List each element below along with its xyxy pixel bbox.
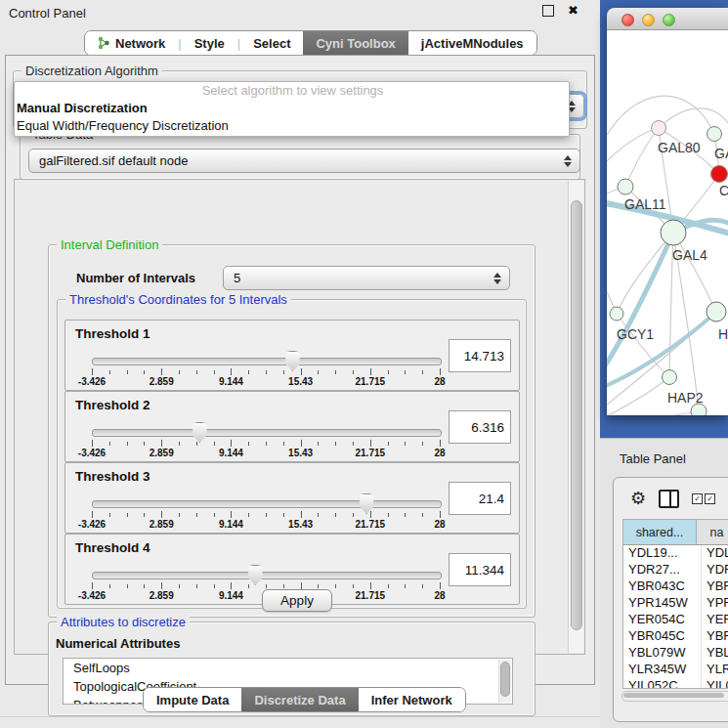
threshold-value-field[interactable]: 14.713: [449, 339, 511, 372]
cell-name: YLR34: [702, 662, 728, 678]
close-icon[interactable]: ✖: [568, 6, 578, 16]
cell-name: YDR27: [702, 562, 728, 578]
desktop-background: GAL80GACGAL11GAL4GCY1HHAP2: [600, 0, 728, 438]
cell-shared-name: YBL079W: [623, 645, 702, 662]
cell-name: YIL05: [702, 678, 728, 689]
attribute-list-item[interactable]: SelfLoops: [64, 659, 512, 677]
attributes-group-title: Attributes to discretize: [57, 615, 190, 629]
tab-label: Impute Data: [156, 693, 229, 707]
dropdown-option-equal-width-frequency[interactable]: Equal Width/Frequency Discretization: [15, 117, 569, 135]
settings-vertical-scrollbar[interactable]: [568, 181, 583, 653]
table-row[interactable]: YBR045CYBR04: [623, 628, 728, 645]
node-label-gal11: GAL11: [624, 196, 666, 212]
threshold-row: Threshold 3 -3.4262.8599.14415.4321.7152…: [64, 462, 520, 534]
tab-label: Discretize Data: [254, 693, 345, 707]
table-panel-title: Table Panel: [620, 451, 686, 466]
gear-icon[interactable]: ⚙: [630, 490, 646, 507]
thresholds-coordinates-group: Threshold's Coordinates for 5 Intervals …: [57, 299, 527, 609]
node-label-c: C: [719, 183, 728, 198]
apply-button[interactable]: Apply: [262, 589, 332, 612]
tab-jactivemnodules[interactable]: jActiveMNodules: [408, 31, 536, 55]
scrollbar-thumb[interactable]: [571, 200, 582, 630]
table-row[interactable]: YLR345WYLR34: [623, 662, 728, 678]
tab-cyni-toolbox[interactable]: Cyni Toolbox: [303, 31, 407, 55]
threshold-slider[interactable]: -3.4262.8599.14415.4321.71528: [92, 350, 440, 387]
cell-name: YPR14: [702, 595, 728, 612]
slider-track[interactable]: [92, 429, 442, 437]
network-canvas[interactable]: GAL80GACGAL11GAL4GCY1HHAP2: [607, 30, 728, 415]
checkbox-icon: ✓: [692, 493, 703, 504]
panel-bottom-divider: [0, 716, 600, 717]
tab-label: Cyni Toolbox: [316, 36, 395, 51]
cell-shared-name: YDR27...: [623, 562, 702, 578]
node-label-ga: GA: [714, 146, 728, 161]
slider-ticks: [92, 511, 440, 519]
cell-name: YDL19: [702, 545, 728, 562]
node-top-right: [707, 127, 722, 142]
dropdown-option-manual-discretization[interactable]: Manual Discretization: [15, 100, 569, 117]
cell-shared-name: YPR145W: [623, 595, 702, 612]
algorithm-dropdown-popup: Select algorithm to view settings Manual…: [14, 81, 570, 137]
table-row[interactable]: YBL079WYBL07: [623, 645, 728, 662]
node-gal80-neighbor: [652, 121, 666, 136]
slider-tick-labels: -3.4262.8599.14415.4321.71528: [92, 376, 440, 387]
network-window-titlebar[interactable]: [607, 8, 728, 30]
number-of-intervals-value: 5: [234, 271, 240, 285]
table-row[interactable]: YIL052CYIL05: [623, 678, 728, 689]
slider-track[interactable]: [92, 358, 442, 365]
column-header-shared-name[interactable]: shared...: [623, 520, 697, 544]
slider-ticks: [92, 440, 440, 448]
tab-network[interactable]: Network: [85, 31, 178, 55]
column-header-name[interactable]: na: [697, 520, 728, 544]
attribute-list-scrollbar[interactable]: [498, 660, 511, 703]
cell-name: YER05: [702, 612, 728, 628]
node-attribute-table: shared... na YDL19...YDL19YDR27...YDR27Y…: [622, 519, 728, 689]
numerical-attributes-label: Numerical Attributes: [56, 636, 180, 651]
chevron-updown-icon: [564, 155, 572, 167]
table-data-combobox[interactable]: galFiltered.sif default node: [28, 149, 580, 173]
mac-close-button[interactable]: [621, 14, 634, 26]
top-tab-bar: Network|Style|SelectCyni ToolboxjActiveM…: [84, 30, 537, 56]
node-gal4: [661, 220, 686, 245]
table-row[interactable]: YPR145WYPR14: [623, 595, 728, 612]
threshold-value-field[interactable]: 21.4: [449, 482, 511, 515]
mac-zoom-button[interactable]: [663, 14, 675, 26]
table-row[interactable]: YDL19...YDL19: [623, 545, 728, 562]
scrollbar-thumb[interactable]: [623, 693, 724, 698]
table-row[interactable]: YDR27...YDR27: [623, 562, 728, 578]
mac-minimize-button[interactable]: [642, 14, 655, 26]
cell-shared-name: YER054C: [623, 612, 702, 628]
number-of-intervals-spinner[interactable]: 5: [223, 266, 510, 290]
table-row[interactable]: YBR043CYBR04: [623, 578, 728, 595]
slider-track[interactable]: [92, 572, 442, 579]
threshold-slider[interactable]: -3.4262.8599.14415.4321.71528: [92, 492, 440, 530]
cell-shared-name: YBR045C: [623, 628, 702, 645]
node-label-hap2: HAP2: [667, 390, 704, 406]
split-columns-icon[interactable]: [659, 490, 679, 508]
table-horizontal-scrollbar[interactable]: [621, 691, 728, 702]
tab-impute-data[interactable]: Impute Data: [144, 688, 241, 711]
tab-infer-network[interactable]: Infer Network: [359, 688, 465, 711]
cyni-toolbox-panel: Discretization Algorithm Select algorith…: [5, 55, 595, 685]
table-data-group: Table Data galFiltered.sif default node: [20, 134, 580, 180]
node-label-gal4: GAL4: [672, 247, 707, 263]
tab-style[interactable]: Style: [182, 31, 237, 55]
node-hap2: [663, 370, 677, 385]
tab-select[interactable]: Select: [240, 31, 303, 55]
cell-name: YBR04: [702, 628, 728, 645]
threshold-value-field[interactable]: 6.316: [449, 410, 511, 444]
node-label-gal80: GAL80: [658, 140, 701, 155]
network-icon: [98, 36, 110, 50]
node-h: [707, 302, 726, 321]
table-row[interactable]: YER054CYER05: [623, 612, 728, 628]
tab-discretize-data[interactable]: Discretize Data: [241, 688, 358, 711]
selection-mode-icons[interactable]: ✓ ✓: [692, 493, 715, 504]
float-window-icon[interactable]: [542, 5, 554, 17]
network-graph: [607, 30, 728, 415]
dropdown-placeholder-option[interactable]: Select algorithm to view settings: [15, 82, 569, 100]
cell-shared-name: YIL052C: [623, 678, 702, 689]
threshold-slider[interactable]: -3.4262.8599.14415.4321.71528: [92, 421, 440, 458]
slider-track[interactable]: [92, 500, 442, 508]
interval-definition-title: Interval Definition: [57, 237, 162, 252]
threshold-value-field[interactable]: 11.344: [449, 553, 511, 586]
